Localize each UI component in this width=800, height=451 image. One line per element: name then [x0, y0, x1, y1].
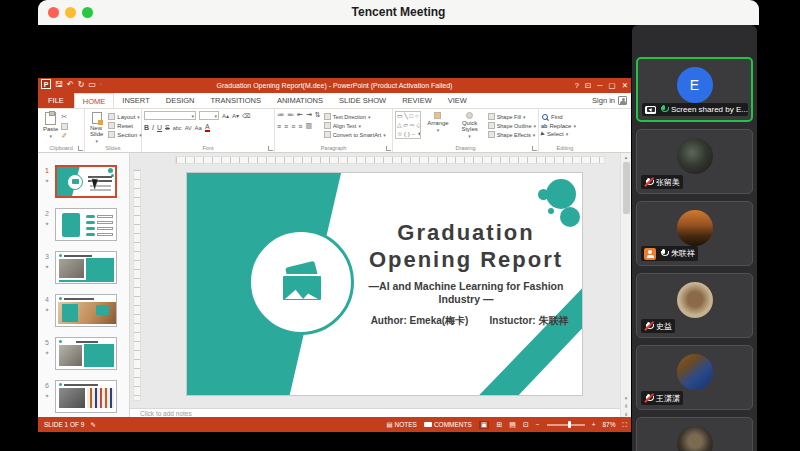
align-left-icon[interactable]: ≡	[277, 123, 281, 130]
reset-button[interactable]: Reset	[108, 122, 142, 129]
tab-transitions[interactable]: TRANSITIONS	[202, 93, 268, 108]
scrollbar-thumb[interactable]	[623, 162, 630, 214]
drawing-dialog-launcher[interactable]	[532, 146, 537, 151]
text-direction-button[interactable]: Text Direction▾	[324, 113, 386, 120]
slide-title-line1[interactable]: Graduation	[355, 219, 577, 246]
font-name-combobox[interactable]: ▾	[144, 111, 196, 120]
reading-view-button[interactable]: ▤	[509, 421, 516, 429]
slide-author[interactable]: Author: Emeka(梅卡)	[364, 314, 476, 328]
bold-button[interactable]: B	[144, 124, 149, 131]
clear-formatting-icon[interactable]: ⌫	[242, 112, 250, 119]
shape-fill-button[interactable]: Shape Fill▾	[488, 113, 536, 120]
paste-button[interactable]: Paste ▾	[40, 111, 61, 140]
font-size-combobox[interactable]: ▾	[199, 111, 219, 120]
font-color-button[interactable]: A	[205, 123, 210, 132]
close-traffic-light[interactable]	[48, 7, 59, 18]
columns-icon[interactable]: ▥	[305, 122, 312, 130]
tab-animations[interactable]: ANIMATIONS	[269, 93, 331, 108]
copy-icon[interactable]	[61, 123, 68, 130]
participant-tile-2[interactable]: 张留美	[636, 129, 753, 194]
layout-button[interactable]: Layout▾	[108, 113, 142, 120]
decrease-indent-icon[interactable]: ⇤	[297, 111, 303, 119]
comments-toggle[interactable]: COMMENTS	[424, 421, 472, 428]
tab-insert[interactable]: INSERT	[114, 93, 157, 108]
replace-button[interactable]: abReplace▾	[541, 123, 589, 129]
slide-thumbnail-5[interactable]	[55, 337, 117, 370]
slide-thumbnail-1[interactable]	[55, 165, 117, 198]
ribbon-display-icon[interactable]: ⊡	[585, 78, 591, 93]
tab-review[interactable]: REVIEW	[394, 93, 440, 108]
slide-thumbnail-6[interactable]	[55, 380, 117, 413]
help-icon[interactable]: ?	[575, 78, 579, 93]
zoom-in-button[interactable]: +	[592, 421, 596, 428]
font-dialog-launcher[interactable]	[268, 146, 273, 151]
shapes-gallery[interactable]: ▭ ╲ □ ○ ▭ ▴ △ ▱ ⇨ ◇ ○ ▾ ☆ ( ) ⌣ ✦ ▿	[395, 111, 421, 139]
line-spacing-icon[interactable]: ⇅	[315, 111, 321, 119]
new-slide-button[interactable]: New Slide ▾	[87, 111, 106, 145]
participant-tile-3[interactable]: 朱联祥	[636, 201, 753, 266]
character-spacing-button[interactable]: AV	[185, 125, 192, 131]
minimize-icon[interactable]: ─	[597, 78, 602, 93]
underline-button[interactable]: U	[157, 124, 162, 131]
italic-button[interactable]: I	[152, 124, 154, 131]
paragraph-dialog-launcher[interactable]	[386, 146, 391, 151]
tab-design[interactable]: DESIGN	[158, 93, 203, 108]
change-case-button[interactable]: Aa	[195, 125, 202, 131]
shape-effects-button[interactable]: Shape Effects▾	[488, 131, 536, 138]
section-button[interactable]: Section▾	[108, 131, 142, 138]
find-button[interactable]: Find	[541, 113, 589, 121]
shape-outline-button[interactable]: Shape Outline▾	[488, 122, 536, 129]
slide-instructor[interactable]: Instuctor: 朱联祥	[490, 314, 569, 328]
slide-canvas[interactable]: Graduation Opening Report —AI and Machin…	[187, 173, 582, 395]
arrange-button[interactable]: Arrange ▾	[424, 111, 451, 134]
slide-thumbnail-4[interactable]	[55, 294, 117, 327]
fit-to-window-icon[interactable]: ⛶	[622, 421, 627, 429]
slide-subtitle[interactable]: —AI and Machine Learning for Fashion Ind…	[355, 280, 577, 306]
notes-pane[interactable]: Click to add notes	[130, 408, 620, 417]
tab-view[interactable]: VIEW	[440, 93, 475, 108]
grow-font-icon[interactable]: A▴	[222, 112, 229, 119]
maximize-icon[interactable]: ▢	[609, 78, 616, 93]
cut-icon[interactable]: ✂	[61, 113, 68, 121]
participant-tile-4[interactable]: 史益	[636, 273, 753, 338]
participant-tile-6[interactable]	[636, 417, 753, 451]
shrink-font-icon[interactable]: A▾	[232, 112, 239, 119]
tab-slideshow[interactable]: SLIDE SHOW	[331, 93, 394, 108]
tab-file[interactable]: FILE	[38, 93, 74, 108]
bullets-icon[interactable]: ≔	[277, 111, 284, 119]
zoom-slider-thumb[interactable]	[568, 421, 571, 428]
vertical-scrollbar[interactable]: ▴ ▾ ⇞ ⇟	[620, 153, 631, 417]
slide-title-line2[interactable]: Opening Report	[355, 246, 577, 273]
minimize-traffic-light[interactable]	[65, 7, 76, 18]
previous-slide-icon[interactable]: ⇞	[621, 403, 631, 409]
smartart-button[interactable]: Convert to SmartArt▾	[324, 131, 386, 138]
slide-thumbnail-3[interactable]	[55, 251, 117, 284]
slideshow-view-button[interactable]: ⊡	[523, 421, 529, 429]
align-center-icon[interactable]: ≡	[284, 123, 288, 130]
participant-tile-sharer[interactable]: E Screen shared by E...	[636, 57, 753, 122]
notes-toggle[interactable]: ▤ NOTES	[387, 421, 417, 429]
normal-view-button[interactable]: ▣	[479, 421, 490, 429]
strikethrough-button[interactable]: S	[165, 124, 170, 131]
quick-styles-button[interactable]: Quick Styles ▾	[455, 111, 485, 140]
close-icon[interactable]: ✕	[622, 78, 628, 93]
align-right-icon[interactable]: ≡	[291, 123, 295, 130]
sign-in-button[interactable]: Sign in	[592, 93, 631, 108]
numbering-icon[interactable]: ≕	[287, 111, 294, 119]
slide-thumbnail-2[interactable]	[55, 208, 117, 241]
spellcheck-icon[interactable]: ✎	[90, 421, 95, 429]
zoom-slider[interactable]	[547, 424, 585, 426]
justify-icon[interactable]: ≡	[298, 123, 302, 130]
fullscreen-traffic-light[interactable]	[82, 7, 93, 18]
select-button[interactable]: Select▾	[541, 131, 589, 137]
format-painter-icon[interactable]: ✐	[61, 132, 68, 140]
zoom-percentage[interactable]: 87%	[602, 421, 615, 428]
scroll-down-icon[interactable]: ▾	[621, 395, 631, 401]
clipboard-dialog-launcher[interactable]	[78, 146, 83, 151]
zoom-out-button[interactable]: −	[536, 421, 540, 428]
scroll-up-icon[interactable]: ▴	[621, 153, 631, 161]
tab-home[interactable]: HOME	[74, 93, 115, 108]
text-shadow-button[interactable]: abc	[173, 125, 182, 131]
participant-tile-5[interactable]: 王潇潇	[636, 345, 753, 410]
align-text-button[interactable]: Align Text▾	[324, 122, 386, 129]
